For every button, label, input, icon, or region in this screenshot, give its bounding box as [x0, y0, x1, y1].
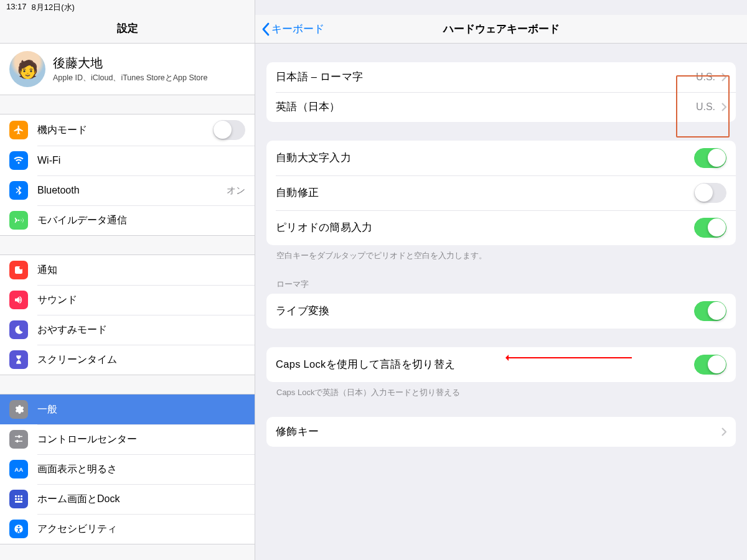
svg-rect-5 — [18, 495, 20, 497]
sliders-icon — [9, 430, 28, 449]
toggle-auto-correct[interactable] — [694, 183, 726, 203]
back-button[interactable]: キーボード — [261, 22, 324, 36]
accessibility-icon — [9, 520, 28, 538]
sidebar-item-home-screen[interactable]: ホーム画面とDock — [0, 484, 255, 514]
chevron-right-icon — [721, 427, 726, 436]
svg-rect-9 — [21, 498, 22, 500]
group-languages: 日本語 – ローマ字 U.S. 英語（日本） U.S. — [266, 62, 736, 122]
svg-rect-7 — [15, 498, 17, 500]
svg-point-12 — [18, 526, 20, 528]
sidebar-title: 設定 — [0, 15, 255, 43]
airplane-toggle[interactable] — [213, 120, 245, 140]
row-auto-correct: 自動修正 — [266, 175, 736, 210]
sidebar-item-general[interactable]: 一般 — [0, 394, 255, 424]
group-modifier: 修飾キー — [266, 417, 736, 447]
row-english-japan[interactable]: 英語（日本） U.S. — [266, 92, 736, 122]
sidebar-item-airplane[interactable]: 機内モード — [0, 114, 255, 146]
moon-icon — [9, 320, 28, 339]
cellular-icon — [9, 211, 28, 230]
sound-icon — [9, 291, 28, 309]
toggle-live-conversion[interactable] — [694, 301, 726, 321]
row-live-conversion: ライブ変換 — [266, 294, 736, 329]
sidebar: 設定 🧑 後藤大地 Apple ID、iCloud、iTunes StoreとA… — [0, 0, 255, 560]
toggle-capslock-switch[interactable] — [694, 355, 726, 375]
group-live: ライブ変換 — [266, 294, 736, 329]
profile-sub: Apple ID、iCloud、iTunes StoreとApp Store — [53, 73, 207, 83]
svg-text:AA: AA — [14, 466, 23, 473]
grid-icon — [9, 490, 28, 508]
sidebar-item-wifi[interactable]: Wi-Fi — [0, 146, 255, 175]
sidebar-item-sound[interactable]: サウンド — [0, 285, 255, 315]
row-label: 機内モード — [37, 124, 87, 137]
row-modifier-keys[interactable]: 修飾キー — [266, 417, 736, 447]
page-title: ハードウェアキーボード — [255, 22, 747, 36]
group-capslock: Caps Lockを使用して言語を切り替え — [266, 347, 736, 382]
toggle-auto-caps[interactable] — [694, 148, 726, 168]
section-romaji: ローマ字 — [255, 261, 747, 294]
sidebar-item-control-center[interactable]: コントロールセンター — [0, 424, 255, 454]
chevron-right-icon — [721, 73, 726, 82]
profile-name: 後藤大地 — [53, 55, 207, 72]
svg-point-2 — [19, 266, 22, 269]
wifi-icon — [9, 151, 28, 170]
notifications-icon — [9, 261, 28, 279]
svg-rect-8 — [18, 498, 20, 500]
sidebar-item-dnd[interactable]: おやすみモード — [0, 315, 255, 345]
detail-pane: キーボード ハードウェアキーボード 日本語 – ローマ字 U.S. 英語（日本）… — [255, 0, 747, 560]
airplane-icon — [9, 121, 28, 139]
group-auto: 自動大文字入力 自動修正 ピリオドの簡易入力 — [266, 141, 736, 245]
sidebar-item-cellular[interactable]: モバイルデータ通信 — [0, 205, 255, 235]
hourglass-icon — [9, 350, 28, 369]
gear-icon — [9, 400, 28, 419]
svg-rect-6 — [21, 495, 22, 497]
back-label: キーボード — [271, 22, 324, 36]
row-capslock-switch: Caps Lockを使用して言語を切り替え — [266, 347, 736, 382]
toggle-period-shortcut[interactable] — [694, 218, 726, 238]
bluetooth-value: オン — [227, 185, 245, 197]
sidebar-item-bluetooth[interactable]: Bluetooth オン — [0, 175, 255, 205]
sidebar-item-accessibility[interactable]: アクセシビリティ — [0, 514, 255, 544]
avatar: 🧑 — [9, 51, 45, 87]
sidebar-profile[interactable]: 🧑 後藤大地 Apple ID、iCloud、iTunes StoreとApp … — [0, 43, 255, 95]
chevron-right-icon — [721, 103, 726, 111]
svg-rect-4 — [15, 495, 17, 497]
row-period-shortcut: ピリオドの簡易入力 — [266, 210, 736, 245]
sidebar-item-notifications[interactable]: 通知 — [0, 255, 255, 285]
nav-bar: キーボード ハードウェアキーボード — [255, 15, 747, 44]
row-japanese-romaji[interactable]: 日本語 – ローマ字 U.S. — [266, 62, 736, 92]
text-size-icon: AA — [9, 460, 28, 478]
bluetooth-icon — [9, 181, 28, 200]
sidebar-item-screentime[interactable]: スクリーンタイム — [0, 345, 255, 375]
svg-rect-10 — [15, 501, 22, 503]
chevron-left-icon — [261, 22, 270, 36]
row-auto-caps: 自動大文字入力 — [266, 141, 736, 175]
capslock-footer: Caps Lockで英語（日本）入力モードと切り替える — [255, 382, 747, 398]
period-footer: 空白キーをダブルタップでピリオドと空白を入力します。 — [255, 245, 747, 261]
sidebar-item-display[interactable]: AA 画面表示と明るさ — [0, 454, 255, 484]
